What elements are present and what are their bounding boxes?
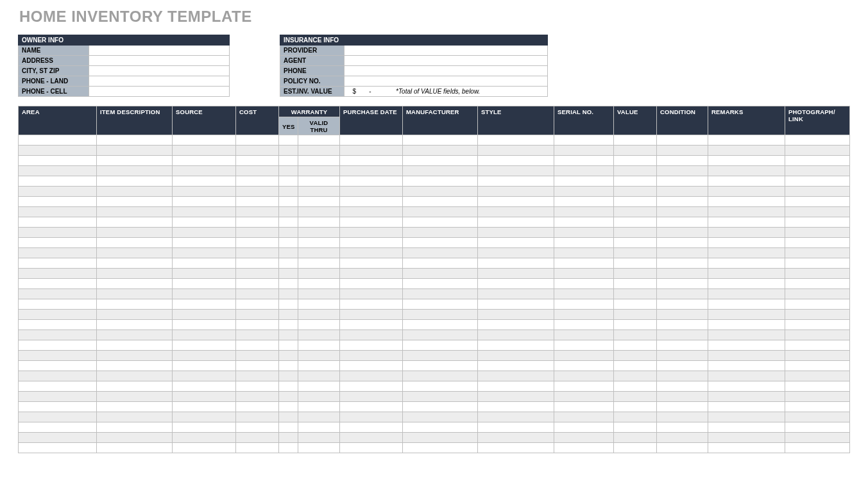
table-cell[interactable] (708, 320, 785, 330)
table-cell[interactable] (554, 433, 614, 443)
table-cell[interactable] (340, 197, 403, 207)
table-cell[interactable] (19, 269, 97, 279)
table-cell[interactable] (279, 381, 298, 392)
table-cell[interactable] (478, 310, 554, 320)
table-cell[interactable] (19, 146, 97, 156)
table-cell[interactable] (614, 381, 657, 392)
table-cell[interactable] (785, 228, 850, 238)
table-cell[interactable] (236, 371, 279, 381)
table-cell[interactable] (785, 330, 850, 340)
table-cell[interactable] (478, 197, 554, 207)
table-cell[interactable] (614, 299, 657, 310)
table-cell[interactable] (19, 320, 97, 330)
table-cell[interactable] (614, 135, 657, 146)
table-cell[interactable] (785, 340, 850, 351)
table-cell[interactable] (708, 310, 785, 320)
table-cell[interactable] (19, 217, 97, 228)
table-cell[interactable] (173, 320, 236, 330)
table-cell[interactable] (657, 320, 708, 330)
table-cell[interactable] (708, 402, 785, 412)
table-cell[interactable] (554, 412, 614, 422)
table-cell[interactable] (403, 156, 478, 166)
table-cell[interactable] (173, 166, 236, 176)
table-cell[interactable] (478, 217, 554, 228)
table-cell[interactable] (478, 289, 554, 299)
table-cell[interactable] (173, 269, 236, 279)
table-cell[interactable] (340, 279, 403, 289)
table-cell[interactable] (340, 207, 403, 217)
table-cell[interactable] (19, 340, 97, 351)
table-cell[interactable] (785, 412, 850, 422)
table-cell[interactable] (403, 320, 478, 330)
table-cell[interactable] (19, 279, 97, 289)
table-cell[interactable] (298, 187, 340, 197)
table-cell[interactable] (236, 166, 279, 176)
table-cell[interactable] (657, 351, 708, 361)
table-cell[interactable] (657, 289, 708, 299)
table-cell[interactable] (708, 443, 785, 453)
table-cell[interactable] (785, 392, 850, 402)
table-cell[interactable] (708, 258, 785, 269)
table-cell[interactable] (340, 217, 403, 228)
table-cell[interactable] (554, 351, 614, 361)
table-cell[interactable] (708, 412, 785, 422)
table-cell[interactable] (19, 299, 97, 310)
table-cell[interactable] (554, 248, 614, 258)
table-cell[interactable] (478, 340, 554, 351)
table-cell[interactable] (173, 207, 236, 217)
table-cell[interactable] (478, 392, 554, 402)
table-cell[interactable] (403, 238, 478, 248)
table-cell[interactable] (657, 207, 708, 217)
table-cell[interactable] (708, 176, 785, 187)
table-cell[interactable] (554, 443, 614, 453)
table-cell[interactable] (340, 320, 403, 330)
table-cell[interactable] (478, 187, 554, 197)
table-cell[interactable] (708, 422, 785, 433)
table-cell[interactable] (403, 330, 478, 340)
table-cell[interactable] (19, 166, 97, 176)
owner-address-value[interactable] (89, 56, 230, 66)
table-cell[interactable] (340, 330, 403, 340)
table-cell[interactable] (554, 238, 614, 248)
table-cell[interactable] (298, 176, 340, 187)
table-cell[interactable] (279, 207, 298, 217)
table-cell[interactable] (19, 443, 97, 453)
table-cell[interactable] (173, 412, 236, 422)
table-cell[interactable] (403, 258, 478, 269)
table-cell[interactable] (554, 310, 614, 320)
table-cell[interactable] (785, 217, 850, 228)
table-cell[interactable] (236, 443, 279, 453)
table-cell[interactable] (657, 361, 708, 371)
table-cell[interactable] (554, 269, 614, 279)
table-cell[interactable] (708, 248, 785, 258)
table-cell[interactable] (236, 412, 279, 422)
table-cell[interactable] (614, 187, 657, 197)
table-cell[interactable] (97, 412, 173, 422)
table-cell[interactable] (173, 289, 236, 299)
table-cell[interactable] (298, 422, 340, 433)
table-cell[interactable] (97, 156, 173, 166)
table-cell[interactable] (785, 279, 850, 289)
table-cell[interactable] (97, 217, 173, 228)
table-cell[interactable] (708, 269, 785, 279)
table-cell[interactable] (298, 238, 340, 248)
table-cell[interactable] (279, 361, 298, 371)
table-cell[interactable] (298, 310, 340, 320)
table-cell[interactable] (97, 289, 173, 299)
table-cell[interactable] (657, 279, 708, 289)
table-cell[interactable] (236, 135, 279, 146)
table-cell[interactable] (657, 371, 708, 381)
table-cell[interactable] (478, 381, 554, 392)
table-cell[interactable] (708, 392, 785, 402)
table-cell[interactable] (785, 166, 850, 176)
table-cell[interactable] (279, 351, 298, 361)
table-cell[interactable] (614, 176, 657, 187)
table-cell[interactable] (478, 238, 554, 248)
table-cell[interactable] (478, 166, 554, 176)
table-cell[interactable] (279, 166, 298, 176)
table-cell[interactable] (708, 135, 785, 146)
table-cell[interactable] (340, 422, 403, 433)
table-cell[interactable] (19, 187, 97, 197)
table-cell[interactable] (554, 289, 614, 299)
table-cell[interactable] (478, 412, 554, 422)
